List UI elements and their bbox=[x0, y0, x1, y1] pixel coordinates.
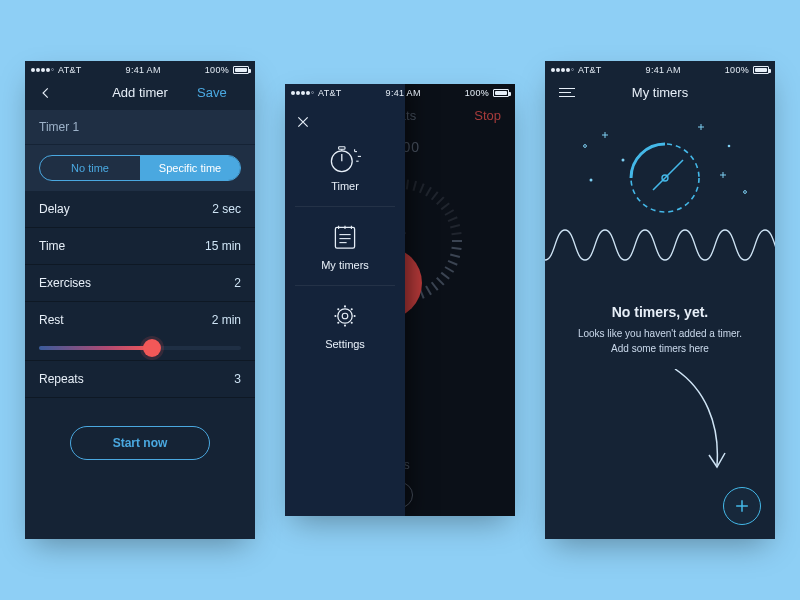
status-bar: AT&T 9:41 AM 100% bbox=[25, 61, 255, 77]
slider-track bbox=[39, 346, 152, 350]
row-repeats[interactable]: Repeats 3 bbox=[25, 361, 255, 398]
row-value: 2 min bbox=[212, 313, 241, 327]
clock-label: 9:41 AM bbox=[646, 65, 681, 75]
add-timer-button[interactable] bbox=[723, 487, 761, 525]
battery-icon bbox=[753, 66, 769, 74]
svg-line-8 bbox=[426, 286, 431, 295]
segment-specific-time[interactable]: Specific time bbox=[140, 156, 240, 180]
svg-line-2 bbox=[450, 254, 460, 257]
screen-drawer: epeats Stop 03:00 2 use ons bbox=[285, 84, 515, 516]
row-value: 15 min bbox=[205, 239, 241, 253]
svg-line-5 bbox=[441, 273, 449, 279]
drawer-item-my-timers[interactable]: My timers bbox=[295, 207, 395, 286]
start-now-button[interactable]: Start now bbox=[70, 426, 210, 460]
row-label: Repeats bbox=[39, 372, 84, 386]
row-delay[interactable]: Delay 2 sec bbox=[25, 191, 255, 228]
row-value: 2 bbox=[234, 276, 241, 290]
svg-line-45 bbox=[448, 217, 457, 221]
battery-label: 100% bbox=[725, 65, 749, 75]
svg-point-65 bbox=[344, 305, 346, 307]
back-button[interactable] bbox=[39, 86, 83, 100]
svg-line-87 bbox=[653, 178, 665, 190]
menu-button[interactable] bbox=[559, 88, 575, 97]
screen-my-timers-empty: AT&T 9:41 AM 100% My timers bbox=[545, 61, 775, 539]
svg-line-41 bbox=[432, 192, 438, 200]
signal-dots-icon bbox=[291, 91, 314, 95]
svg-point-67 bbox=[334, 315, 336, 317]
svg-point-69 bbox=[337, 308, 339, 310]
svg-line-43 bbox=[441, 203, 449, 209]
svg-line-4 bbox=[445, 267, 454, 272]
svg-point-79 bbox=[622, 159, 625, 162]
carrier-label: AT&T bbox=[578, 65, 602, 75]
page-title: Add timer bbox=[83, 85, 197, 100]
svg-point-68 bbox=[354, 315, 356, 317]
row-exercises[interactable]: Exercises 2 bbox=[25, 265, 255, 302]
empty-state-line: Add some timers here bbox=[545, 341, 775, 356]
timer-name-input[interactable]: Timer 1 bbox=[25, 110, 255, 144]
drawer-item-timer[interactable]: Timer bbox=[295, 128, 395, 207]
row-time[interactable]: Time 15 min bbox=[25, 228, 255, 265]
svg-line-37 bbox=[407, 180, 408, 190]
row-label: Rest bbox=[39, 313, 64, 327]
svg-point-72 bbox=[351, 322, 353, 324]
carrier-label: AT&T bbox=[318, 88, 342, 98]
svg-point-66 bbox=[344, 325, 346, 327]
row-rest[interactable]: Rest 2 min bbox=[25, 302, 255, 338]
chevron-left-icon bbox=[39, 86, 53, 100]
clock-label: 9:41 AM bbox=[126, 65, 161, 75]
signal-dots-icon bbox=[551, 68, 574, 72]
drawer-item-settings[interactable]: Settings bbox=[295, 286, 395, 364]
svg-line-38 bbox=[413, 181, 416, 191]
arrow-illustration-icon bbox=[665, 369, 735, 479]
svg-point-70 bbox=[351, 308, 353, 310]
row-value: 3 bbox=[234, 372, 241, 386]
stop-button-dimmed: Stop bbox=[474, 108, 501, 123]
svg-line-1 bbox=[452, 248, 462, 249]
status-bar: AT&T 9:41 AM 100% bbox=[285, 84, 515, 100]
close-drawer-button[interactable] bbox=[295, 112, 311, 135]
drawer-item-label: My timers bbox=[321, 259, 369, 271]
empty-state-illustration bbox=[545, 110, 775, 296]
svg-point-81 bbox=[728, 145, 731, 148]
segment-no-time[interactable]: No time bbox=[40, 156, 140, 180]
svg-line-42 bbox=[437, 197, 444, 204]
svg-point-83 bbox=[584, 145, 587, 148]
header: My timers bbox=[545, 77, 775, 110]
svg-line-7 bbox=[432, 282, 438, 290]
stopwatch-icon bbox=[327, 142, 363, 174]
plus-icon bbox=[732, 496, 752, 516]
svg-line-46 bbox=[450, 225, 460, 228]
row-label: Time bbox=[39, 239, 65, 253]
svg-line-39 bbox=[420, 184, 424, 193]
screen-add-timer: AT&T 9:41 AM 100% Add timer Save Timer 1… bbox=[25, 61, 255, 539]
header: Add timer Save bbox=[25, 77, 255, 110]
row-label: Delay bbox=[39, 202, 70, 216]
battery-label: 100% bbox=[205, 65, 229, 75]
list-icon bbox=[327, 221, 363, 253]
rest-slider[interactable] bbox=[39, 346, 241, 350]
row-value: 2 sec bbox=[212, 202, 241, 216]
drawer-item-label: Settings bbox=[325, 338, 365, 350]
svg-point-71 bbox=[337, 322, 339, 324]
status-bar: AT&T 9:41 AM 100% bbox=[545, 61, 775, 77]
svg-line-6 bbox=[437, 278, 444, 285]
save-button[interactable]: Save bbox=[197, 85, 241, 100]
empty-state-subtitle: Looks like you haven't added a timer. Ad… bbox=[545, 326, 775, 356]
row-label: Exercises bbox=[39, 276, 91, 290]
signal-dots-icon bbox=[31, 68, 54, 72]
battery-icon bbox=[493, 89, 509, 97]
slider-thumb[interactable] bbox=[143, 339, 161, 357]
close-icon bbox=[295, 114, 311, 130]
clock-label: 9:41 AM bbox=[386, 88, 421, 98]
drawer-item-label: Timer bbox=[331, 180, 359, 192]
svg-rect-56 bbox=[335, 227, 354, 248]
svg-line-47 bbox=[452, 233, 462, 234]
gear-icon bbox=[327, 300, 363, 332]
carrier-label: AT&T bbox=[58, 65, 82, 75]
battery-icon bbox=[233, 66, 249, 74]
empty-state-line: Looks like you haven't added a timer. bbox=[545, 326, 775, 341]
svg-line-40 bbox=[426, 187, 431, 196]
battery-label: 100% bbox=[465, 88, 489, 98]
empty-state-title: No timers, yet. bbox=[545, 304, 775, 320]
